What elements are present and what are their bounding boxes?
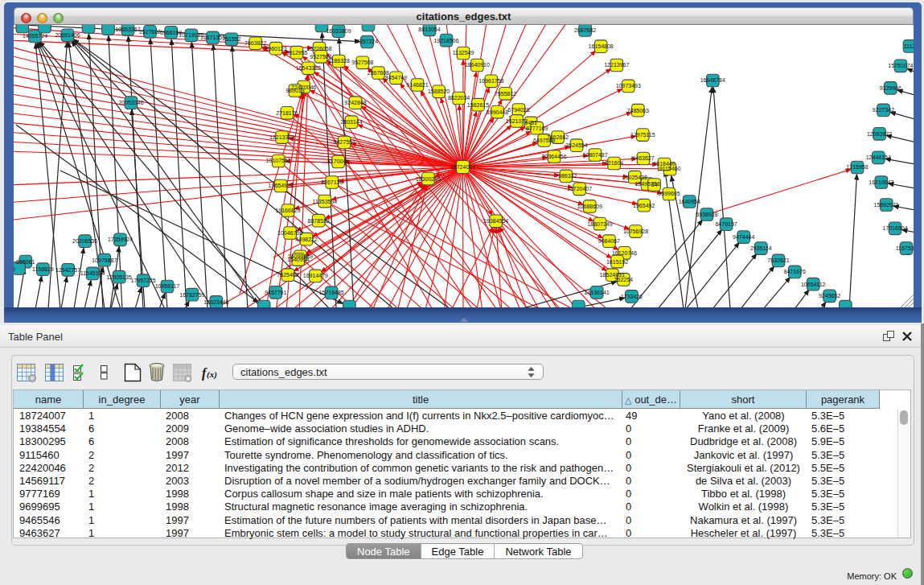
svg-text:12213967: 12213967 <box>604 62 629 68</box>
svg-text:8267130: 8267130 <box>321 179 343 185</box>
svg-text:1640954: 1640954 <box>679 199 700 204</box>
svg-text:17957225: 17957225 <box>131 278 156 283</box>
svg-text:8822034: 8822034 <box>448 95 470 101</box>
svg-text:84: 84 <box>651 182 658 187</box>
svg-text:8878532: 8878532 <box>308 218 330 224</box>
svg-text:10107552: 10107552 <box>266 158 291 163</box>
svg-text:10756928: 10756928 <box>623 229 648 234</box>
svg-text:10688609: 10688609 <box>577 204 602 209</box>
svg-text:2935114: 2935114 <box>750 245 772 251</box>
svg-text:1132549: 1132549 <box>453 50 474 56</box>
svg-text:2087682: 2087682 <box>574 27 596 33</box>
svg-text:15720407: 15720407 <box>567 186 592 192</box>
svg-text:10654112: 10654112 <box>801 282 826 287</box>
svg-text:8186328: 8186328 <box>328 58 350 64</box>
svg-text:14136141: 14136141 <box>585 290 610 295</box>
svg-text:6479197: 6479197 <box>715 221 737 227</box>
svg-text:252254: 252254 <box>614 277 633 282</box>
svg-text:621604: 621604 <box>605 160 623 166</box>
svg-text:1527602: 1527602 <box>139 29 161 35</box>
svg-text:16543382: 16543382 <box>296 65 321 71</box>
svg-text:9777169: 9777169 <box>526 126 548 131</box>
svg-text:7663822: 7663822 <box>244 40 266 46</box>
svg-text:5938928: 5938928 <box>696 212 717 217</box>
svg-text:12093872: 12093872 <box>867 131 892 137</box>
svg-text:2803144: 2803144 <box>340 119 362 125</box>
svg-text:16120746: 16120746 <box>612 250 637 256</box>
svg-text:9527508: 9527508 <box>351 60 373 65</box>
svg-text:6794028: 6794028 <box>507 107 529 113</box>
svg-text:12923446: 12923446 <box>203 299 228 305</box>
svg-text:8960123: 8960123 <box>265 46 286 51</box>
svg-text:4498222: 4498222 <box>295 237 317 242</box>
svg-text:10025438: 10025438 <box>622 175 647 180</box>
svg-text:7955812: 7955812 <box>495 91 516 97</box>
svg-text:9115460: 9115460 <box>659 166 681 171</box>
svg-text:1965492: 1965492 <box>633 203 655 208</box>
svg-text:9146821: 9146821 <box>406 82 428 88</box>
svg-text:15716485: 15716485 <box>319 290 344 295</box>
svg-text:19654923: 19654923 <box>269 183 294 188</box>
svg-text:885061: 885061 <box>16 259 35 265</box>
svg-text:9463627: 9463627 <box>632 155 654 161</box>
svg-text:12444154: 12444154 <box>866 154 891 160</box>
svg-text:12213389: 12213389 <box>269 134 294 140</box>
svg-text:(x): (x) <box>207 369 217 380</box>
svg-text:1733426: 1733426 <box>621 294 643 299</box>
svg-text:19218506: 19218506 <box>433 38 458 43</box>
svg-text:16210643: 16210643 <box>869 179 893 185</box>
svg-text:12942757: 12942757 <box>55 267 80 273</box>
svg-text:16648784: 16648784 <box>700 77 725 83</box>
svg-text:7986322: 7986322 <box>555 173 577 179</box>
svg-text:9242848: 9242848 <box>344 100 366 105</box>
svg-text:9084067: 9084067 <box>598 238 620 244</box>
svg-text:1167531: 1167531 <box>896 245 914 251</box>
svg-text:10958117: 10958117 <box>155 283 180 289</box>
svg-text:1562615: 1562615 <box>467 102 489 108</box>
svg-text:9518440: 9518440 <box>653 161 675 167</box>
svg-text:1588520: 1588520 <box>428 89 450 94</box>
svg-text:20053346: 20053346 <box>118 100 143 105</box>
svg-text:1615192: 1615192 <box>606 259 628 265</box>
svg-text:7462662: 7462662 <box>547 134 569 140</box>
svg-text:11353594: 11353594 <box>313 199 338 204</box>
svg-text:11545194: 11545194 <box>80 270 105 276</box>
svg-text:18300295: 18300295 <box>416 176 441 182</box>
svg-text:1215958: 1215958 <box>846 164 868 170</box>
svg-text:16033809: 16033809 <box>326 28 351 34</box>
svg-text:8813054: 8813054 <box>418 27 440 32</box>
svg-text:16782759: 16782759 <box>179 292 204 298</box>
svg-text:39159: 39159 <box>14 266 15 272</box>
svg-text:14055724: 14055724 <box>23 33 47 39</box>
svg-text:9457791: 9457791 <box>265 290 286 295</box>
svg-text:7625402: 7625402 <box>277 272 298 278</box>
svg-text:8454749: 8454749 <box>385 75 407 80</box>
svg-text:9227342: 9227342 <box>873 107 894 113</box>
svg-text:12975115: 12975115 <box>630 132 655 138</box>
svg-text:10973493: 10973493 <box>616 83 641 89</box>
svg-text:989013: 989013 <box>285 88 304 93</box>
svg-text:3624554: 3624554 <box>565 142 587 148</box>
svg-text:7632621: 7632621 <box>767 257 789 263</box>
svg-text:19166829: 19166829 <box>275 208 300 213</box>
svg-text:10975887: 10975887 <box>92 257 117 263</box>
svg-text:751552: 751552 <box>222 36 240 42</box>
svg-text:20206536: 20206536 <box>72 238 97 244</box>
svg-text:20691406: 20691406 <box>55 32 80 38</box>
svg-text:17359924: 17359924 <box>108 237 133 242</box>
svg-text:1112: 1112 <box>904 43 914 49</box>
svg-text:19384554: 19384554 <box>483 218 508 224</box>
svg-text:7485063: 7485063 <box>627 108 649 113</box>
svg-text:17016504: 17016504 <box>882 225 907 231</box>
svg-text:16961758: 16961758 <box>478 78 503 84</box>
svg-text:8427552: 8427552 <box>334 139 355 145</box>
svg-text:10807487: 10807487 <box>582 152 607 158</box>
svg-text:8990448: 8990448 <box>487 109 508 115</box>
svg-text:15751074: 15751074 <box>888 63 913 68</box>
svg-text:1156829: 1156829 <box>32 266 54 272</box>
svg-text:16914479: 16914479 <box>303 273 328 278</box>
svg-text:18807249: 18807249 <box>587 221 612 227</box>
svg-text:20364456: 20364456 <box>541 154 566 159</box>
svg-text:16154808: 16154808 <box>589 43 614 49</box>
svg-text:10046766: 10046766 <box>277 230 302 236</box>
